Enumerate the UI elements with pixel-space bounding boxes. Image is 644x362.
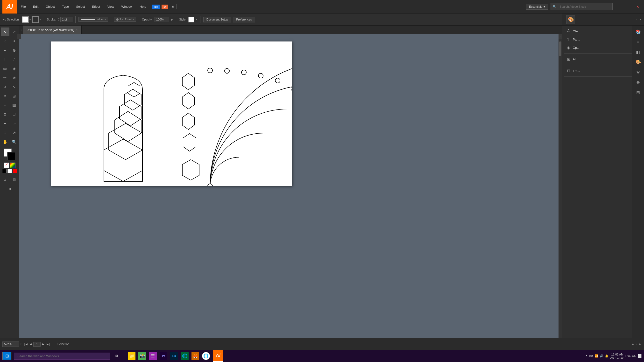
artboard-tool[interactable]: ⊕ [1, 128, 10, 137]
graphic-styles-icon[interactable]: ⊞ [634, 88, 642, 97]
notification-icon[interactable]: 🔔 [605, 354, 608, 358]
stroke-down-arrow[interactable]: ▼ [58, 19, 60, 22]
photoshop-icon[interactable]: Ps [170, 352, 178, 360]
stock-icon[interactable]: St [162, 4, 168, 9]
document-tab[interactable]: Untitled-1* @ 522% (CMYK/Preview) × [23, 25, 82, 34]
stroke-color-swatch[interactable] [32, 16, 39, 23]
show-desktop-button[interactable]: ⬜ [638, 354, 642, 358]
selection-tool[interactable]: ↖ [1, 27, 10, 36]
preferences-button[interactable]: Preferences [233, 17, 255, 22]
maximize-button[interactable]: □ [625, 4, 632, 10]
last-page-button[interactable]: ►| [46, 342, 50, 346]
red-swatch[interactable] [13, 169, 17, 173]
column-graph-tool[interactable]: ▦ [10, 101, 18, 110]
normal-mode-icon[interactable]: ◻ [0, 175, 9, 184]
opentype-panel-item[interactable]: ◉ Op... [564, 44, 642, 51]
brushes-icon[interactable]: ⊕ [634, 78, 642, 87]
greenshot-icon[interactable]: 📸 [138, 352, 146, 360]
mesh-tool[interactable]: ⊠ [1, 110, 10, 119]
canvas-area[interactable] [19, 34, 562, 350]
eyedropper-tool[interactable]: ✦ [1, 119, 10, 128]
pen-tool[interactable]: ✒ [1, 46, 10, 54]
character-panel-item[interactable]: A Cha... [564, 27, 642, 35]
none-indicator[interactable]: ⟋ [4, 163, 9, 168]
symbol-tool[interactable]: ☼ [1, 101, 10, 110]
status-expand-arrow[interactable]: ▶ [632, 343, 634, 346]
vertical-scrollbar[interactable]: ▲ ▼ [558, 34, 562, 350]
menu-edit[interactable]: Edit [32, 4, 40, 9]
panel-close-button[interactable]: × [640, 18, 642, 21]
unknown-icon-2[interactable]: 🌐 [180, 352, 189, 360]
fill-color-swatch[interactable] [22, 16, 29, 23]
slice-tool[interactable]: ⊘ [10, 128, 18, 137]
menu-help[interactable]: Help [138, 4, 148, 9]
paragraph-panel-item[interactable]: ¶ Par... [564, 36, 642, 43]
stroke-style-dropdown[interactable]: Uniform ▾ [78, 17, 108, 22]
stock-search-input[interactable] [557, 4, 610, 9]
swap-colors-icon[interactable]: ⇄ [30, 18, 32, 21]
tray-up-arrow[interactable]: ∧ [585, 354, 588, 358]
properties-icon[interactable]: ◧ [634, 48, 642, 56]
rotate-tool[interactable]: ↺ [1, 82, 10, 91]
network-icon[interactable]: 📶 [595, 354, 598, 358]
paint-bucket-tool[interactable]: ⊗ [10, 73, 18, 82]
left-panel-collapse[interactable]: ‹ [18, 34, 21, 39]
essentials-button[interactable]: Essentials ▾ [526, 4, 548, 10]
inside-mode-icon[interactable]: ◫ [10, 175, 19, 184]
status-collapse-arrow[interactable]: ‹ [636, 343, 637, 346]
premiere-pro-icon[interactable]: Pr [159, 352, 168, 360]
taskbar-search-input[interactable] [14, 353, 110, 360]
stroke-value-input[interactable] [60, 17, 72, 22]
scale-tool[interactable]: ⤡ [10, 82, 18, 91]
page-number-input[interactable] [33, 342, 40, 347]
unknown-icon-3[interactable]: 🦊 [191, 352, 200, 360]
canvas-scroll[interactable] [19, 34, 562, 350]
zoom-tool[interactable]: 🔍 [10, 138, 18, 146]
gradient-tool[interactable]: □ [10, 110, 18, 119]
layers-icon[interactable]: ≡ [634, 38, 642, 46]
menu-select[interactable]: Select [74, 4, 86, 9]
align-panel-item[interactable]: ⊞ Ali... [564, 55, 642, 63]
scroll-thumb-vertical[interactable] [559, 41, 562, 56]
white-swatch[interactable] [8, 169, 12, 173]
brush-libraries-icon[interactable]: 🎨 [566, 15, 575, 24]
menu-effect[interactable]: Effect [90, 4, 102, 9]
right-panel-collapse[interactable]: › [558, 34, 562, 39]
line-tool[interactable]: / [10, 55, 18, 64]
status-menu-button[interactable]: ► [639, 343, 642, 346]
lasso-tool[interactable]: ⌇ [1, 37, 10, 45]
menu-object[interactable]: Object [44, 4, 56, 9]
opacity-input[interactable] [154, 17, 169, 22]
warp-tool[interactable]: ≋ [1, 92, 10, 100]
style-swatch[interactable] [188, 17, 194, 22]
illustrator-taskbar-icon[interactable]: Ai [213, 350, 223, 362]
taskview-button[interactable]: ⧉ [112, 352, 121, 360]
zoom-dropdown-arrow[interactable]: ▾ [20, 343, 22, 345]
symbols-icon[interactable]: ❄ [634, 68, 642, 77]
hand-tool[interactable]: ✋ [1, 138, 10, 146]
stroke-up-arrow[interactable]: ▲ [58, 17, 60, 19]
next-page-button[interactable]: ► [42, 342, 45, 346]
file-explorer-icon[interactable]: 📁 [127, 352, 136, 360]
menu-file[interactable]: File [19, 4, 27, 9]
transform-panel-item[interactable]: ⊡ Tra... [564, 67, 642, 75]
eraser-tool[interactable]: ◈ [10, 64, 18, 73]
behance-icon[interactable]: Bē [152, 4, 160, 9]
chrome-icon[interactable]: 🌐 [202, 352, 210, 360]
tab-close-button[interactable]: × [76, 28, 78, 31]
zoom-input[interactable] [2, 342, 19, 347]
unknown-icon-1[interactable]: ☰ [148, 352, 157, 360]
libraries-icon[interactable]: 📚 [634, 27, 642, 36]
document-setup-button[interactable]: Document Setup [203, 17, 231, 22]
first-page-button[interactable]: |◄ [24, 342, 28, 346]
stroke-fill-swatch[interactable] [7, 152, 15, 160]
menu-view[interactable]: View [106, 4, 116, 9]
opacity-expand-arrow[interactable]: ▶ [171, 18, 173, 21]
start-button[interactable]: ⊞ [2, 352, 12, 360]
menu-window[interactable]: Window [120, 4, 134, 9]
minimize-button[interactable]: ─ [615, 4, 622, 10]
black-swatch[interactable] [2, 169, 6, 173]
rectangle-tool[interactable]: ▭ [1, 64, 10, 73]
menu-type[interactable]: Type [60, 4, 70, 9]
blob-brush-tool[interactable]: ⊕ [10, 46, 18, 54]
